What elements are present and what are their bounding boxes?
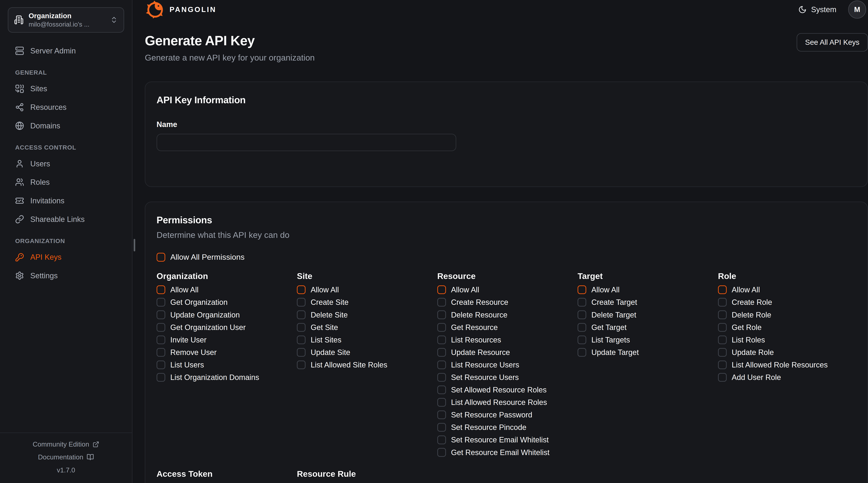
sidebar: Organization milo@fossorial.io's ... Ser…	[0, 0, 132, 483]
permission-row: List Allowed Role Resources	[718, 360, 856, 369]
permission-label: Get Role	[732, 323, 762, 332]
allow-all-permissions-row: Allow All Permissions	[157, 253, 856, 262]
sidebar-item-roles[interactable]: Roles	[8, 173, 124, 192]
users-icon	[15, 178, 24, 187]
api-key-name-input[interactable]	[157, 134, 456, 151]
permission-checkbox[interactable]	[157, 298, 165, 307]
permission-checkbox[interactable]	[437, 411, 446, 419]
permission-checkbox[interactable]	[297, 323, 306, 332]
permission-label: List Users	[170, 360, 204, 369]
permission-checkbox[interactable]	[437, 310, 446, 319]
permission-checkbox[interactable]	[578, 348, 586, 357]
key-round-icon	[15, 253, 24, 262]
permission-checkbox[interactable]	[297, 285, 306, 294]
app-window: Organization milo@fossorial.io's ... Ser…	[0, 0, 868, 483]
permission-checkbox[interactable]	[157, 323, 165, 332]
organization-selector[interactable]: Organization milo@fossorial.io's ...	[8, 7, 124, 33]
permission-checkbox[interactable]	[297, 335, 306, 344]
version-label: v1.7.0	[57, 464, 75, 476]
permission-row: Update Site	[297, 348, 435, 357]
permission-label: Get Organization	[170, 298, 227, 307]
sidebar-item-sites[interactable]: Sites	[8, 79, 124, 98]
permission-checkbox[interactable]	[297, 298, 306, 307]
permission-checkbox[interactable]	[718, 348, 727, 357]
permission-checkbox[interactable]	[437, 323, 446, 332]
permissions-title: Permissions	[157, 215, 856, 226]
building-icon	[14, 15, 24, 25]
permission-checkbox[interactable]	[437, 335, 446, 344]
theme-toggle[interactable]: System	[798, 5, 836, 14]
sidebar-item-resources[interactable]: Resources	[8, 98, 124, 117]
see-all-api-keys-button[interactable]: See All API Keys	[797, 33, 868, 52]
permission-checkbox[interactable]	[157, 310, 165, 319]
permission-checkbox[interactable]	[578, 298, 586, 307]
permission-checkbox[interactable]	[437, 423, 446, 432]
sidebar-item-invitations[interactable]: Invitations	[8, 192, 124, 210]
permission-label: Create Resource	[451, 298, 508, 307]
permission-checkbox[interactable]	[297, 360, 306, 369]
permission-checkbox[interactable]	[718, 323, 727, 332]
documentation-link[interactable]: Documentation	[38, 451, 94, 463]
community-edition-link[interactable]: Community Edition	[33, 438, 99, 450]
pangolin-logo[interactable]: PANGOLIN	[145, 0, 216, 19]
permission-label: Create Site	[311, 298, 349, 307]
permission-label: Set Allowed Resource Roles	[451, 386, 547, 394]
permissions-more-groups: Access TokenResource Rule	[157, 469, 856, 479]
sidebar-scrollbar-thumb[interactable]	[134, 239, 135, 251]
sidebar-footer: Community Edition Documentation v1.7.0	[0, 432, 132, 483]
permission-checkbox[interactable]	[157, 348, 165, 357]
permission-checkbox[interactable]	[157, 285, 165, 294]
permission-checkbox[interactable]	[437, 436, 446, 444]
user-icon	[15, 159, 24, 168]
permission-checkbox[interactable]	[297, 348, 306, 357]
permission-checkbox[interactable]	[578, 335, 586, 344]
permission-row: Get Target	[578, 323, 716, 332]
permission-checkbox[interactable]	[718, 360, 727, 369]
permission-checkbox[interactable]	[578, 310, 586, 319]
permission-checkbox[interactable]	[718, 335, 727, 344]
permission-checkbox[interactable]	[718, 285, 727, 294]
topbar: PANGOLIN System M	[132, 0, 868, 19]
permission-row: Get Role	[718, 323, 856, 332]
permission-checkbox[interactable]	[437, 448, 446, 457]
permission-checkbox[interactable]	[437, 348, 446, 357]
permission-checkbox[interactable]	[157, 373, 165, 382]
permission-checkbox[interactable]	[297, 310, 306, 319]
permission-label: Update Role	[732, 348, 774, 357]
permission-label: List Allowed Resource Roles	[451, 398, 547, 407]
permission-row: Update Resource	[437, 348, 576, 357]
allow-all-permissions-checkbox[interactable]	[157, 253, 165, 261]
permission-checkbox[interactable]	[437, 386, 446, 394]
permission-checkbox[interactable]	[718, 298, 727, 307]
permission-row: Remove User	[157, 348, 295, 357]
permissions-column: Target Allow All Create Target Delete Ta…	[578, 271, 716, 360]
permission-label: Set Resource Password	[451, 411, 532, 419]
permissions-column-heading: Resource	[437, 271, 576, 281]
permission-checkbox[interactable]	[718, 310, 727, 319]
sidebar-item-shareable-links[interactable]: Shareable Links	[8, 210, 124, 228]
permission-checkbox[interactable]	[718, 373, 727, 382]
permission-checkbox[interactable]	[437, 373, 446, 382]
permission-checkbox[interactable]	[437, 398, 446, 407]
permission-row: Delete Role	[718, 310, 856, 319]
permission-checkbox[interactable]	[437, 298, 446, 307]
permission-checkbox[interactable]	[157, 335, 165, 344]
sidebar-item-domains[interactable]: Domains	[8, 117, 124, 135]
permission-checkbox[interactable]	[578, 323, 586, 332]
sidebar-nav: Server Admin GENERAL Sites Resources Dom…	[0, 33, 132, 433]
sidebar-item-server-admin[interactable]: Server Admin	[8, 41, 124, 60]
permission-checkbox[interactable]	[437, 360, 446, 369]
sidebar-item-api-keys[interactable]: API Keys	[8, 248, 124, 266]
name-field-label: Name	[157, 120, 856, 129]
avatar[interactable]: M	[848, 1, 866, 19]
sidebar-item-settings[interactable]: Settings	[8, 266, 124, 285]
permission-checkbox[interactable]	[578, 285, 586, 294]
permission-row: Allow All	[157, 285, 295, 294]
permission-checkbox[interactable]	[157, 360, 165, 369]
permission-row: Get Site	[297, 323, 435, 332]
permission-row: Delete Resource	[437, 310, 576, 319]
main-area: PANGOLIN System M Generate API Key Gener…	[132, 0, 868, 483]
permission-row: Get Resource Email Whitelist	[437, 448, 576, 457]
sidebar-item-users[interactable]: Users	[8, 154, 124, 173]
permission-checkbox[interactable]	[437, 285, 446, 294]
